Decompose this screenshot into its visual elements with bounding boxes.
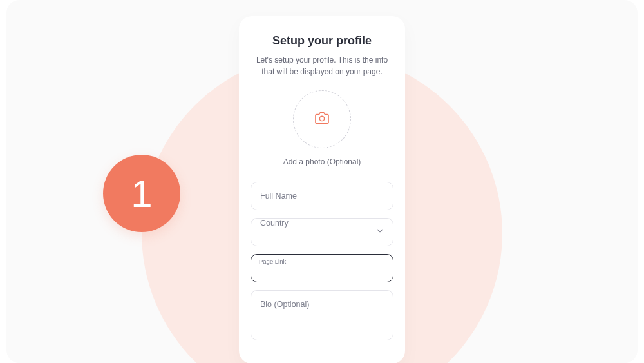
page-link-label: Page Link <box>259 258 385 265</box>
profile-card: Setup your profile Let's setup your prof… <box>239 16 405 363</box>
card-subtitle: Let's setup your profile. This is the in… <box>251 54 393 77</box>
card-title: Setup your profile <box>251 34 393 48</box>
page-link-field[interactable]: Page Link <box>251 254 393 282</box>
svg-point-0 <box>319 116 324 121</box>
page-link-input[interactable] <box>259 267 385 276</box>
country-placeholder: Country <box>260 219 289 228</box>
step-badge: 1 <box>103 155 180 232</box>
photo-upload-label: Add a photo (Optional) <box>283 157 361 166</box>
bio-textarea[interactable] <box>251 290 393 340</box>
country-select[interactable]: Country <box>251 218 393 246</box>
photo-upload-button[interactable] <box>293 90 351 148</box>
photo-upload-section: Add a photo (Optional) <box>251 90 393 166</box>
camera-icon <box>315 111 329 128</box>
step-number: 1 <box>131 172 152 216</box>
full-name-input[interactable] <box>251 182 393 210</box>
page-container: 1 Setup your profile Let's setup your pr… <box>6 0 638 363</box>
